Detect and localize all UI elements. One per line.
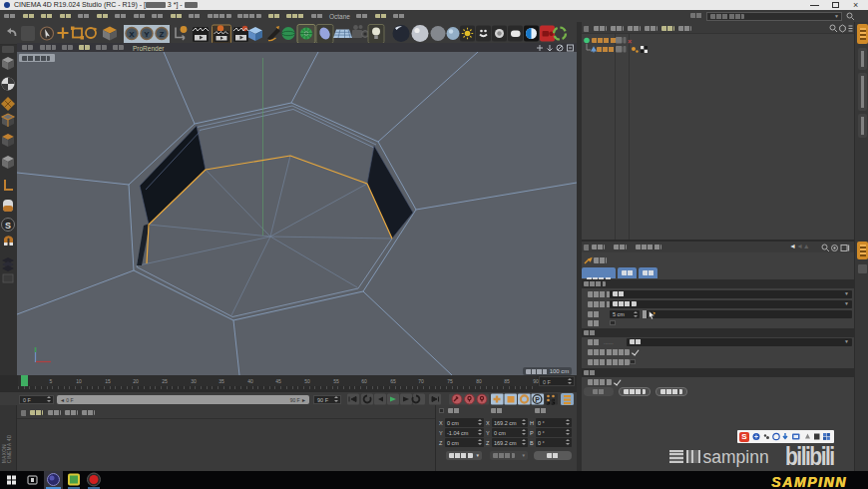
svg-text:Y: Y <box>144 30 150 39</box>
svg-text:S: S <box>5 221 11 231</box>
svg-text:Z: Z <box>160 30 165 39</box>
svg-text:×: × <box>628 38 632 45</box>
svg-text:P: P <box>535 396 540 403</box>
svg-text:X: X <box>129 30 135 39</box>
